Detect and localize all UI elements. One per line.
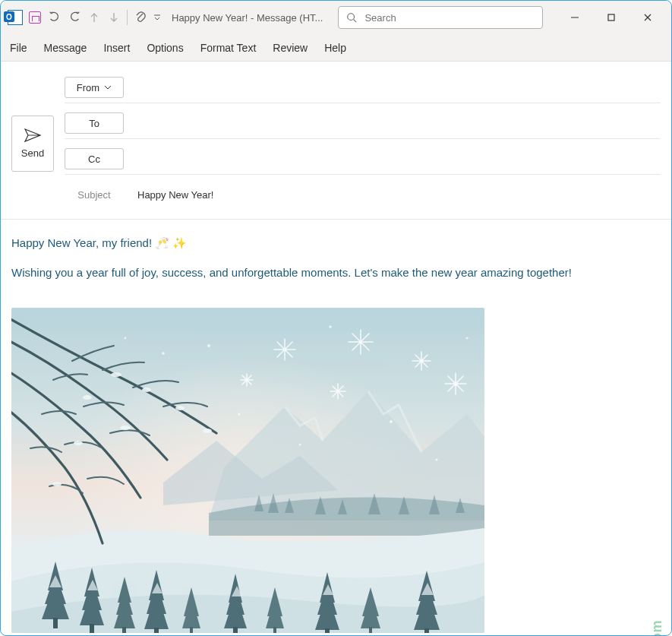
svg-point-27 bbox=[435, 458, 437, 460]
attach-icon[interactable] bbox=[132, 9, 149, 26]
watermark: Ablebits.com bbox=[649, 620, 665, 636]
svg-rect-7 bbox=[154, 628, 159, 633]
svg-point-31 bbox=[465, 337, 468, 339]
ribbon-tabs: File Message Insert Options Format Text … bbox=[1, 34, 671, 62]
cc-button[interactable]: Cc bbox=[65, 148, 124, 169]
tab-format-text[interactable]: Format Text bbox=[200, 42, 257, 54]
tab-message[interactable]: Message bbox=[44, 42, 87, 54]
svg-rect-11 bbox=[325, 628, 330, 633]
maximize-button[interactable] bbox=[594, 6, 629, 29]
from-button[interactable]: From bbox=[65, 77, 124, 98]
svg-rect-13 bbox=[424, 628, 429, 633]
move-down-icon[interactable] bbox=[106, 9, 122, 26]
window-title: Happy New Year! - Message (HT... bbox=[172, 12, 323, 24]
search-input[interactable] bbox=[364, 12, 535, 24]
tab-file[interactable]: File bbox=[10, 42, 27, 54]
svg-point-16 bbox=[175, 406, 185, 410]
separator bbox=[127, 10, 128, 25]
close-button[interactable] bbox=[630, 6, 665, 29]
subject-label: Subject bbox=[65, 184, 124, 205]
undo-button[interactable] bbox=[46, 9, 63, 26]
svg-point-23 bbox=[207, 344, 210, 347]
search-icon bbox=[346, 12, 357, 23]
tab-options[interactable]: Options bbox=[147, 42, 183, 54]
from-input[interactable] bbox=[137, 82, 661, 93]
from-field[interactable] bbox=[137, 78, 661, 97]
search-box[interactable] bbox=[338, 6, 543, 29]
svg-point-15 bbox=[142, 388, 151, 392]
embedded-image[interactable] bbox=[11, 308, 484, 633]
cc-field[interactable] bbox=[137, 150, 661, 168]
body-line-1: Happy New Year, my friend! 🥂 ✨ bbox=[11, 235, 661, 251]
svg-point-19 bbox=[74, 441, 83, 445]
svg-rect-9 bbox=[233, 627, 238, 633]
svg-point-17 bbox=[83, 395, 92, 400]
outlook-app-icon bbox=[7, 9, 24, 26]
svg-rect-1 bbox=[608, 14, 614, 21]
svg-point-25 bbox=[298, 443, 301, 445]
move-up-icon[interactable] bbox=[86, 9, 103, 26]
svg-rect-10 bbox=[273, 627, 276, 633]
tab-insert[interactable]: Insert bbox=[103, 42, 130, 54]
chevron-down-icon bbox=[104, 85, 112, 90]
compose-header: Send From To Cc Subject Happy New Year! bbox=[1, 62, 671, 210]
tab-review[interactable]: Review bbox=[273, 42, 308, 54]
svg-point-18 bbox=[120, 426, 131, 430]
svg-rect-8 bbox=[190, 627, 193, 633]
svg-point-20 bbox=[52, 482, 62, 486]
svg-point-29 bbox=[125, 337, 127, 340]
svg-point-24 bbox=[238, 413, 240, 415]
send-button[interactable]: Send bbox=[11, 115, 54, 172]
message-body[interactable]: Happy New Year, my friend! 🥂 ✨ Wishing y… bbox=[1, 219, 671, 305]
redo-button[interactable] bbox=[66, 9, 83, 26]
svg-point-26 bbox=[390, 420, 393, 423]
send-label: Send bbox=[21, 147, 44, 159]
svg-rect-6 bbox=[122, 627, 126, 633]
to-button[interactable]: To bbox=[65, 112, 124, 134]
svg-point-0 bbox=[348, 14, 355, 21]
to-field[interactable] bbox=[137, 114, 661, 132]
minimize-button[interactable] bbox=[557, 6, 592, 29]
subject-value: Happy New Year! bbox=[137, 189, 213, 201]
svg-rect-5 bbox=[90, 624, 94, 633]
body-line-2: Wishing you a year full of joy, success,… bbox=[11, 264, 661, 280]
svg-point-28 bbox=[162, 352, 165, 355]
send-icon bbox=[24, 128, 42, 143]
svg-rect-12 bbox=[369, 627, 372, 633]
svg-point-21 bbox=[203, 429, 212, 433]
titlebar: Happy New Year! - Message (HT... bbox=[1, 1, 671, 34]
to-input[interactable] bbox=[137, 118, 661, 129]
tab-help[interactable]: Help bbox=[324, 42, 346, 54]
save-button[interactable] bbox=[27, 9, 43, 26]
svg-point-22 bbox=[454, 382, 457, 385]
qat-dropdown-icon[interactable] bbox=[152, 9, 162, 26]
svg-point-30 bbox=[329, 325, 332, 328]
cc-input[interactable] bbox=[137, 153, 661, 165]
subject-field[interactable]: Happy New Year! bbox=[137, 185, 661, 204]
svg-rect-4 bbox=[53, 618, 58, 628]
svg-point-14 bbox=[111, 372, 121, 377]
